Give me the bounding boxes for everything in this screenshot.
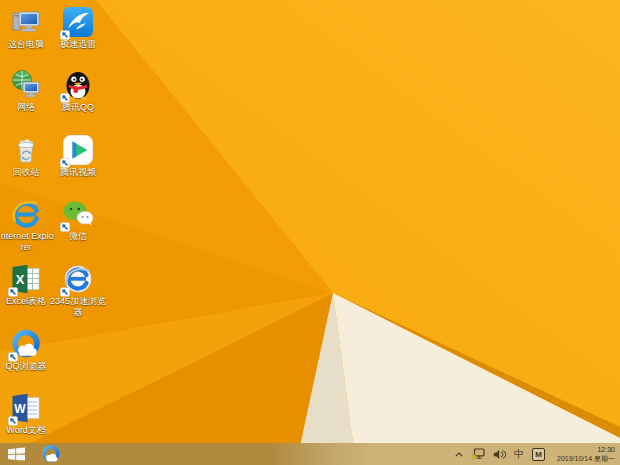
svg-text:W: W [14,402,26,416]
shortcut-arrow-icon [60,287,70,297]
volume-tray-button[interactable] [493,449,506,460]
clock-time: 12:30 [557,445,615,454]
excel-icon: X [10,263,42,295]
desktop-icon-word[interactable]: W Word文档 [0,392,55,436]
ime-mode-indicator[interactable]: 中 [514,449,524,459]
chevron-up-icon [455,452,463,457]
shortcut-arrow-icon [60,158,70,168]
shortcut-arrow-icon [60,93,70,103]
ie-icon [10,198,42,230]
start-button[interactable] [0,443,32,465]
desktop-icon-label: Internet Explorer [0,231,55,253]
desktop-icon-label: Word文档 [0,425,55,436]
shortcut-arrow-icon [8,352,18,362]
shortcut-arrow-icon [8,287,18,297]
word-icon: W [10,392,42,424]
taskbar-clock[interactable]: 12:30 2019/10/14 星期一 [553,445,615,463]
desktop-icon-label: Excel表格 [0,296,55,307]
desktop-icon-excel[interactable]: X Excel表格 [0,263,55,307]
taskbar-app-qq-browser[interactable] [32,443,70,465]
ime-badge[interactable]: M [532,448,545,461]
taskbar: 中 M 12:30 2019/10/14 星期一 [0,443,620,465]
system-tray: 中 M 12:30 2019/10/14 星期一 [455,445,620,463]
network-tray-button[interactable] [471,448,485,460]
shortcut-arrow-icon [60,222,70,232]
desktop-icon-2345-browser[interactable]: 2345加速浏览器 [49,263,107,318]
shortcut-arrow-icon [60,30,70,40]
desktop-icon-recycle-bin[interactable]: 回收站 [0,134,55,178]
desktop-icon-this-pc[interactable]: 这台电脑 [0,6,55,50]
desktop-icon-internet-explorer[interactable]: Internet Explorer [0,198,55,253]
desktop-icon-label: 网络 [0,102,55,113]
desktop-icon-label: 微信 [49,231,107,242]
windows-start-icon [8,447,25,461]
desktop-icon-label: 腾讯视频 [49,167,107,178]
clock-date: 2019/10/14 星期一 [557,454,615,463]
browser-2345-icon [62,263,94,295]
desktop-icon-label: 回收站 [0,167,55,178]
recycle-bin-icon [10,134,42,166]
network-globe-icon [10,69,42,101]
desktop-icon-tencent-video[interactable]: 腾讯视频 [49,134,107,178]
qq-penguin-icon [62,69,94,101]
desktop-icon-xunlei[interactable]: 极速迅雷 [49,6,107,50]
speaker-icon [493,449,506,460]
wechat-icon [62,198,94,230]
desktop-icon-qq-browser[interactable]: QQ浏览器 [0,328,55,372]
qq-browser-taskbar-icon [41,444,61,464]
tray-expand-button[interactable] [455,452,463,457]
desktop-icon-label: QQ浏览器 [0,361,55,372]
desktop-icon-label: 2345加速浏览器 [49,296,107,318]
tencent-video-icon [62,134,94,166]
desktop-icon-label: 这台电脑 [0,39,55,50]
desktop-icon-network[interactable]: 网络 [0,69,55,113]
desktop-icon-wechat[interactable]: 微信 [49,198,107,242]
desktop-icon-label: 极速迅雷 [49,39,107,50]
network-status-icon [471,448,485,460]
qq-browser-icon [10,328,42,360]
desktop-icon-tencent-qq[interactable]: 腾讯QQ [49,69,107,113]
xunlei-icon [62,6,94,38]
this-pc-icon [10,6,42,38]
svg-text:X: X [16,272,25,287]
desktop-icon-label: 腾讯QQ [49,102,107,113]
shortcut-arrow-icon [8,416,18,426]
